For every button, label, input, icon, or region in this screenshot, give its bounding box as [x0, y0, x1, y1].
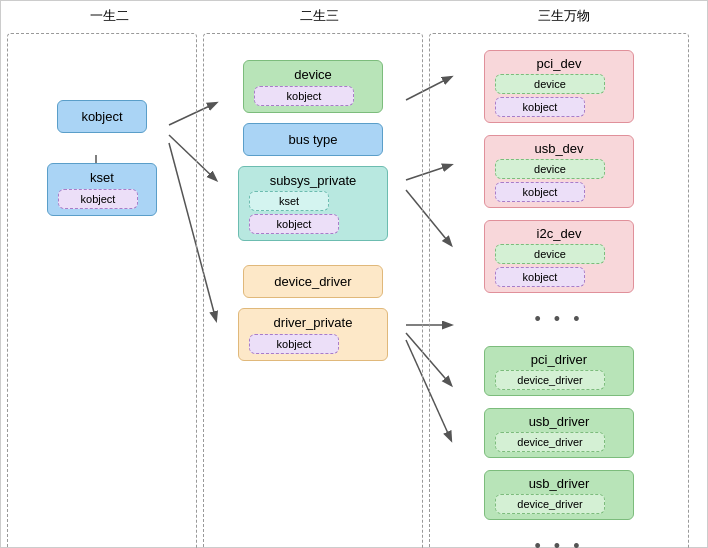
pci-dev-device-label: device	[534, 78, 566, 90]
pci-driver-group: pci_driver device_driver	[484, 346, 634, 396]
usb-driver2-label: usb_driver	[495, 476, 623, 491]
driver-priv-outer: driver_private kobject	[238, 308, 388, 361]
i2c-dev-kobject-label: kobject	[523, 271, 558, 283]
col2-header: 二生三	[204, 7, 435, 25]
usb-driver-group: usb_driver device_driver	[484, 408, 634, 458]
usb-dev-label: usb_dev	[495, 141, 623, 156]
i2c-dev-label: i2c_dev	[495, 226, 623, 241]
usb-driver2-group: usb_driver device_driver	[484, 470, 634, 520]
pci-dev-kobject: kobject	[495, 97, 585, 117]
kset-group: kset kobject	[47, 163, 157, 216]
dots-2: • • •	[535, 536, 584, 548]
col3-content: pci_dev device kobject usb_dev d	[438, 50, 680, 548]
column-1: kobject kset kobject	[7, 33, 197, 548]
pci-driver-device-driver: device_driver	[495, 370, 605, 390]
device-kobject-inner: kobject	[254, 86, 354, 106]
bustype-box: bus type	[243, 123, 383, 156]
columns-wrapper: kobject kset kobject	[1, 25, 707, 548]
usb-driver-label: usb_driver	[495, 414, 623, 429]
col3-header: 三生万物	[435, 7, 693, 25]
pci-dev-group: pci_dev device kobject	[484, 50, 634, 123]
device-driver-box: device_driver	[243, 265, 383, 298]
driver-priv-label: driver_private	[249, 315, 377, 330]
col1-content: kobject kset kobject	[47, 100, 157, 216]
pci-dev-label: pci_dev	[495, 56, 623, 71]
usb-dev-kobject-label: kobject	[523, 186, 558, 198]
column-3: pci_dev device kobject usb_dev d	[429, 33, 689, 548]
i2c-dev-kobject: kobject	[495, 267, 585, 287]
driver-priv-group: driver_private kobject	[238, 308, 388, 361]
kobject-label: kobject	[81, 109, 122, 124]
usb-dev-group: usb_dev device kobject	[484, 135, 634, 208]
pci-dev-kobject-label: kobject	[523, 101, 558, 113]
subsys-kset-label: kset	[279, 195, 299, 207]
usb-driver-device-driver-label: device_driver	[517, 436, 582, 448]
pci-driver-device-driver-label: device_driver	[517, 374, 582, 386]
usb-driver-outer: usb_driver device_driver	[484, 408, 634, 458]
usb-driver2-outer: usb_driver device_driver	[484, 470, 634, 520]
kset-kobject-label: kobject	[81, 193, 116, 205]
main-container: 一生二 二生三 三生万物	[0, 0, 708, 548]
pci-dev-outer: pci_dev device kobject	[484, 50, 634, 123]
device-label: device	[254, 67, 372, 82]
driver-priv-kobject: kobject	[249, 334, 339, 354]
col1-header: 一生二	[15, 7, 204, 25]
subsys-kset-inner: kset	[249, 191, 329, 211]
subsys-label: subsys_private	[249, 173, 377, 188]
usb-driver-device-driver: device_driver	[495, 432, 605, 452]
usb-dev-kobject: kobject	[495, 182, 585, 202]
subsys-outer: subsys_private kset kobject	[238, 166, 388, 241]
i2c-dev-group: i2c_dev device kobject	[484, 220, 634, 293]
device-driver-label: device_driver	[274, 274, 351, 289]
dots-1: • • •	[535, 309, 584, 330]
driver-priv-kobject-label: kobject	[277, 338, 312, 350]
device-group: device kobject	[243, 60, 383, 113]
usb-dev-device: device	[495, 159, 605, 179]
subsys-kobject-inner: kobject	[249, 214, 339, 234]
device-kobject-label: kobject	[287, 90, 322, 102]
i2c-dev-device-label: device	[534, 248, 566, 260]
i2c-dev-device: device	[495, 244, 605, 264]
device-outer: device kobject	[243, 60, 383, 113]
kset-kobject-inner: kobject	[58, 189, 138, 209]
usb-dev-device-label: device	[534, 163, 566, 175]
subsys-group: subsys_private kset kobject	[238, 166, 388, 241]
usb-driver2-device-driver-label: device_driver	[517, 498, 582, 510]
pci-dev-device: device	[495, 74, 605, 94]
usb-dev-outer: usb_dev device kobject	[484, 135, 634, 208]
kobject-box: kobject	[57, 100, 147, 133]
i2c-dev-outer: i2c_dev device kobject	[484, 220, 634, 293]
kset-label: kset	[58, 170, 146, 185]
col2-content: device kobject bus type subsys_private	[212, 60, 414, 361]
usb-driver2-device-driver: device_driver	[495, 494, 605, 514]
bustype-label: bus type	[288, 132, 337, 147]
column-2: device kobject bus type subsys_private	[203, 33, 423, 548]
kset-outer: kset kobject	[47, 163, 157, 216]
pci-driver-label: pci_driver	[495, 352, 623, 367]
pci-driver-outer: pci_driver device_driver	[484, 346, 634, 396]
subsys-kobject-label: kobject	[277, 218, 312, 230]
